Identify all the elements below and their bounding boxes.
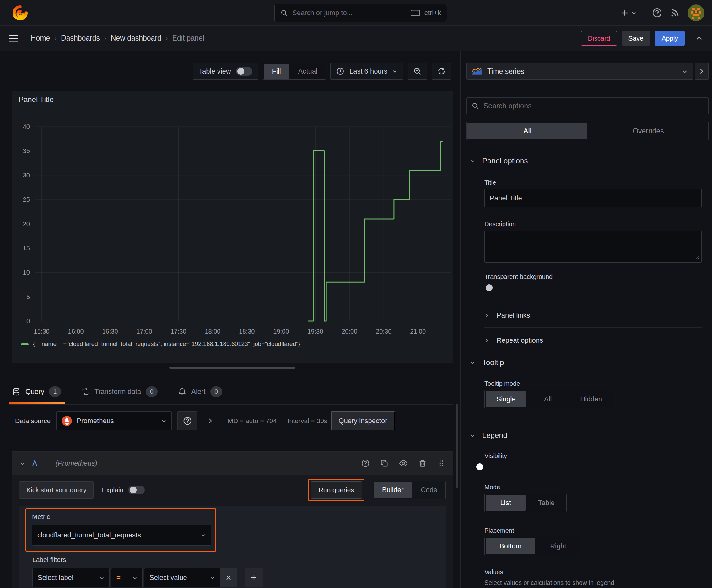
refresh-button[interactable] [432,63,451,80]
legend-placement-right-option[interactable]: Right [536,538,580,555]
apply-button[interactable]: Apply [655,31,685,45]
builder-option[interactable]: Builder [374,482,412,498]
legend-placement-bottom-option[interactable]: Bottom [486,538,535,554]
tab-all-options[interactable]: All [468,123,587,139]
svg-text:15: 15 [23,245,30,252]
select-label-dropdown[interactable]: Select label [33,568,110,587]
builder-code-segment: Builder Code [373,481,446,499]
user-avatar[interactable] [688,4,705,21]
news-rss-icon[interactable] [670,8,680,18]
save-button[interactable]: Save [622,31,650,45]
run-queries-button[interactable]: Run queries [311,481,362,499]
datasource-picker[interactable]: Prometheus [56,412,172,430]
breadcrumb-bar: Home › Dashboards › New dashboard › Edit… [0,26,712,51]
global-search-input[interactable]: Search or jump to... ctrl+k [274,4,447,22]
chevron-right-icon[interactable] [208,418,213,424]
topbar-divider [644,7,644,19]
legend-visibility-label: Visibility [484,452,507,460]
panel-title-input[interactable] [484,189,702,207]
time-range-label: Last 6 hours [349,67,387,76]
row-divider [484,327,702,328]
panel-options-header-label: Panel options [482,156,528,165]
datasource-name: Prometheus [77,417,114,425]
tooltip-single-option[interactable]: Single [486,391,526,407]
options-search-input[interactable]: Search options [466,97,709,114]
legend-mode-table-option[interactable]: Table [526,494,566,512]
grafana-logo-icon[interactable] [11,4,29,22]
add-new-button[interactable] [621,9,637,17]
description-label: Description [484,220,516,228]
svg-text:17:00: 17:00 [136,328,152,335]
timeseries-chart[interactable]: 051015202530354015:3016:0016:3017:0017:3… [12,110,453,338]
svg-text:0: 0 [26,318,30,324]
metric-select[interactable]: cloudflared_tunnel_total_requests [32,525,211,546]
breadcrumb-home[interactable]: Home [31,34,50,42]
legend-series-swatch[interactable] [21,343,28,345]
menu-icon[interactable] [9,35,18,42]
tab-transform-data[interactable]: Transform data 0 [81,379,157,404]
table-view-toggle[interactable] [236,67,253,76]
breadcrumb-dashboards[interactable]: Dashboards [61,34,100,42]
tooltip-all-option[interactable]: All [527,391,568,408]
label-filter-row: Select label = Select value [33,568,447,587]
time-range-picker[interactable]: Last 6 hours [330,63,404,80]
keyboard-icon [411,9,420,16]
breadcrumb: Home › Dashboards › New dashboard › Edit… [31,34,204,42]
breadcrumb-edit-panel: Edit panel [172,34,204,42]
textarea-resize-grip[interactable] [694,254,699,259]
repeat-options-section[interactable]: Repeat options [484,332,543,349]
chevron-down-icon [210,575,215,580]
svg-text:20: 20 [23,220,30,227]
tab-query[interactable]: Query 1 [12,379,61,404]
query-inspector-button[interactable]: Query inspector [331,412,395,430]
legend-mode-list-option[interactable]: List [486,495,525,511]
help-icon[interactable] [361,459,370,468]
chevron-down-icon[interactable] [20,460,25,466]
duplicate-icon[interactable] [380,459,389,468]
remove-filter-button[interactable] [220,568,237,587]
collapse-pane-icon[interactable] [695,34,703,42]
trash-icon[interactable] [418,459,427,468]
panel-links-section[interactable]: Panel links [484,307,530,323]
code-option[interactable]: Code [412,481,446,499]
panel-title[interactable]: Panel Title [19,95,54,104]
panel-description-input[interactable] [484,231,702,262]
topbar-actions [621,0,705,26]
table-view-label: Table view [199,67,231,76]
view-toolbar: Table view Fill Actual Last 6 hours [193,63,451,80]
select-value-placeholder: Select value [149,573,187,582]
title-label: Title [484,179,496,186]
operator-value: = [116,573,121,582]
explain-toggle[interactable] [128,486,145,495]
tab-alert[interactable]: Alert 0 [178,379,222,404]
kick-start-query-button[interactable]: Kick start your query [19,481,93,499]
tooltip-header[interactable]: Tooltip [470,358,504,367]
visualization-suggestions-button[interactable] [695,63,709,80]
zoom-out-button[interactable] [408,63,427,80]
select-value-dropdown[interactable]: Select value [144,568,220,587]
fill-option[interactable]: Fill [264,64,289,79]
pane-resize-handle[interactable] [169,366,296,369]
help-icon[interactable] [652,7,662,18]
panel-options-header[interactable]: Panel options [470,156,528,165]
fill-actual-segment: Fill Actual [263,63,326,80]
actual-option[interactable]: Actual [290,63,326,80]
legend-series-label[interactable]: {__name__="cloudflared_tunnel_total_requ… [33,340,300,348]
query-interval: Interval = 30s [287,417,327,425]
svg-text:25: 25 [23,196,30,203]
scrollbar-thumb[interactable] [456,404,458,488]
datasource-help-button[interactable] [177,412,197,430]
add-filter-button[interactable] [244,568,263,587]
eye-icon[interactable] [399,459,408,468]
breadcrumb-new-dashboard[interactable]: New dashboard [111,34,161,42]
drag-handle-icon[interactable] [437,459,445,468]
label-filters-label: Label filters [33,556,447,564]
legend-header[interactable]: Legend [470,431,507,440]
tooltip-hidden-option[interactable]: Hidden [568,391,614,408]
svg-text:20:30: 20:30 [376,328,391,335]
query-row-header[interactable]: A (Prometheus) [12,452,453,475]
tab-overrides[interactable]: Overrides [588,122,708,140]
visualization-picker[interactable]: Time series [466,63,693,80]
operator-dropdown[interactable]: = [111,568,143,587]
discard-button[interactable]: Discard [581,31,617,45]
